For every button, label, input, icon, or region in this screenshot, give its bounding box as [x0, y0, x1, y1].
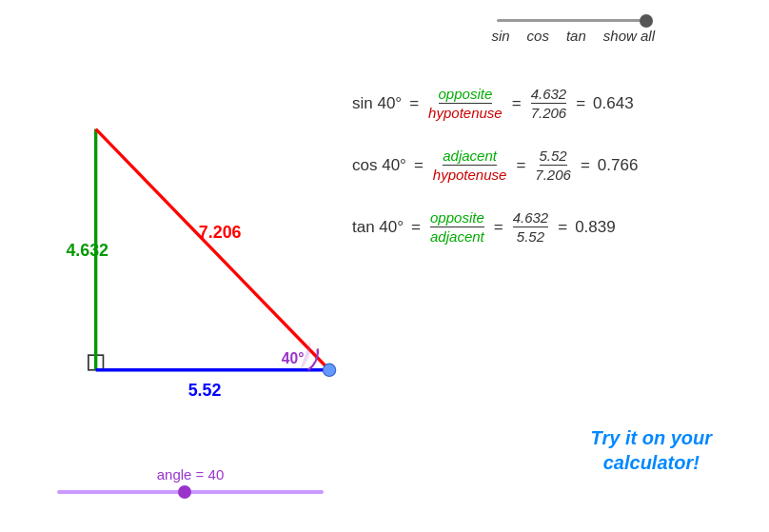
svg-point-4 [323, 364, 335, 376]
sin-formula: sin 40° = opposite hypotenuse = 4.632 7.… [352, 86, 752, 121]
cos-eq1: = [414, 156, 424, 175]
sin-eq2: = [512, 94, 522, 113]
top-slider[interactable]: sin cos tan show all [491, 19, 655, 44]
cos-angle: cos 40° [352, 156, 406, 175]
sin-label[interactable]: sin [491, 28, 509, 44]
svg-text:4.632: 4.632 [66, 241, 108, 260]
sin-den-val: 7.206 [531, 104, 567, 121]
cos-values: 5.52 7.206 [535, 148, 571, 183]
sin-numerator: opposite [439, 86, 493, 104]
cos-label[interactable]: cos [527, 28, 549, 44]
try-calc-line1: Try it on your [591, 425, 712, 450]
cos-numerator: adjacent [443, 148, 497, 166]
cos-denominator: hypotenuse [433, 166, 507, 183]
svg-text:7.206: 7.206 [199, 223, 242, 242]
angle-slider-thumb[interactable] [178, 485, 191, 499]
cos-result: 0.766 [598, 156, 639, 175]
cos-num-val: 5.52 [540, 148, 567, 166]
angle-slider-label: angle = 40 [48, 466, 333, 483]
sin-denominator: hypotenuse [428, 104, 503, 121]
formulas-panel: sin 40° = opposite hypotenuse = 4.632 7.… [352, 86, 752, 271]
cos-eq2: = [516, 156, 525, 175]
try-calculator-message: Try it on your calculator! [591, 425, 712, 475]
sin-fraction: opposite hypotenuse [428, 86, 503, 121]
cos-eq3: = [581, 156, 590, 175]
sin-eq1: = [409, 94, 419, 113]
tan-den-val: 5.52 [517, 227, 544, 245]
tan-denominator: adjacent [430, 227, 484, 245]
sin-num-val: 4.632 [531, 86, 567, 104]
cos-fraction: adjacent hypotenuse [433, 148, 507, 183]
tan-eq3: = [558, 218, 567, 237]
tan-values: 4.632 5.52 [513, 209, 549, 245]
angle-slider-track[interactable] [57, 490, 324, 494]
triangle-diagram: 4.632 7.206 5.52 40° [57, 124, 362, 400]
sin-angle: sin 40° [352, 94, 402, 113]
svg-text:40°: 40° [282, 350, 305, 366]
cos-den-val: 7.206 [535, 166, 571, 183]
top-slider-labels: sin cos tan show all [491, 28, 655, 44]
svg-text:5.52: 5.52 [188, 381, 222, 400]
tan-result: 0.839 [575, 218, 616, 237]
tan-eq2: = [494, 218, 503, 237]
cos-formula: cos 40° = adjacent hypotenuse = 5.52 7.2… [352, 148, 752, 183]
tan-angle: tan 40° [352, 218, 404, 237]
try-calc-line2: calculator! [591, 450, 712, 475]
top-slider-thumb[interactable] [640, 14, 653, 28]
angle-slider-area[interactable]: angle = 40 [48, 466, 333, 494]
tan-fraction: opposite adjacent [430, 209, 484, 245]
tan-eq1: = [411, 218, 421, 237]
sin-eq3: = [576, 94, 585, 113]
tan-numerator: opposite [430, 209, 484, 227]
sin-result: 0.643 [593, 94, 634, 113]
svg-line-3 [96, 129, 329, 370]
tan-formula: tan 40° = opposite adjacent = 4.632 5.52… [352, 209, 752, 245]
top-slider-track[interactable] [497, 19, 649, 22]
tan-label[interactable]: tan [566, 28, 586, 44]
tan-num-val: 4.632 [513, 209, 549, 227]
show-all-label[interactable]: show all [603, 28, 655, 44]
sin-values: 4.632 7.206 [531, 86, 567, 121]
